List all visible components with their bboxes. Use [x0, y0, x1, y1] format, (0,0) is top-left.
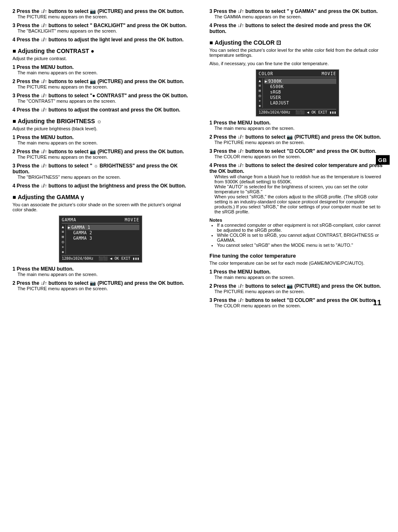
step-text: Press the ↓/↑ buttons to adjust the cont…: [17, 107, 180, 113]
menu-left-icons: ▲ ≡ ⊞ ◎ + ◈: [62, 225, 66, 254]
brightness-title: Adjusting the BRIGHTNESS ☼: [18, 118, 102, 124]
step-sub-3: When you select "sRGB," the colors adjus…: [214, 194, 385, 214]
menu-body: ▲ ≡ ⊞ ◎ + ◈ GAMMA 1 GAMMA 2 GAMMA 3: [62, 225, 139, 254]
step-sub: The PICTURE menu appears on the screen.: [18, 155, 189, 160]
menu-icon: ◎: [62, 240, 64, 244]
menu-resolution: 1280x1024/60Hz: [259, 110, 290, 114]
notes-list: If a connected computer or other equipme…: [209, 223, 385, 248]
step-number: 1: [209, 120, 212, 126]
step-text: Press the ↓/↑ buttons to select the desi…: [209, 162, 383, 174]
notes-section: Notes If a connected computer or other e…: [209, 218, 385, 248]
step-number: 3: [13, 93, 15, 99]
menu-icon: ⊞: [259, 89, 261, 93]
note-item: If a connected computer or other equipme…: [217, 223, 385, 233]
menu-title: COLOR: [259, 71, 273, 76]
step-number: 2: [13, 280, 15, 286]
step-number: 2: [209, 134, 212, 140]
intro-step-4: 4 Press the ↓/↑ buttons to adjust the li…: [13, 37, 189, 43]
step-sub: The PICTURE menu appears on the screen.: [18, 14, 189, 19]
menu-icon: +: [62, 245, 64, 249]
step-number: 4: [209, 162, 212, 168]
color-step-2: 2 Press the ↓/↑ buttons to select 📷 (PIC…: [209, 134, 385, 145]
gamma-step-3: 3 Press the ↓/↑ buttons to select " γ GA…: [209, 8, 385, 19]
right-column: GB 3 Press the ↓/↑ buttons to select " γ…: [205, 8, 385, 312]
gamma-menu-screenshot: GAMMA MOVIE ▲ ≡ ⊞ ◎ + ◈ GAMMA 1 GAMMA 2: [59, 215, 142, 263]
step-text: Press the ↓/↑ buttons to select " γ GAMM…: [214, 8, 378, 14]
step-sub: The PICTURE menu appears on the screen.: [18, 84, 189, 89]
brightness-section: Adjusting the BRIGHTNESS ☼ Adjust the pi…: [13, 118, 189, 189]
color-step-4: 4 Press the ↓/↑ buttons to select the de…: [209, 162, 385, 214]
color-step-3: 3 Press the ↓/↑ buttons to select "⊡ COL…: [209, 148, 385, 159]
note-item: You cannot select "sRGB" when the MODE m…: [217, 243, 385, 248]
step-text: Press the ↓/↑ buttons to select " BACKLI…: [17, 23, 186, 28]
step-number: 2: [13, 8, 15, 14]
menu-icon: ≡: [62, 230, 64, 234]
step-number: 4: [209, 23, 212, 28]
contrast-step-3: 3 Press the ↓/↑ buttons to select "● CON…: [13, 93, 189, 104]
step-number: 3: [13, 163, 15, 169]
gamma-section: Adjusting the GAMMA γ You can associate …: [13, 194, 189, 291]
brightness-desc: Adjust the picture brightness (black lev…: [13, 126, 189, 131]
step-sub: The COLOR menu appears on the screen.: [214, 154, 385, 159]
contrast-step-1: 1 Press the MENU button. The main menu a…: [13, 64, 189, 75]
fine-tuning-step-2: 2 Press the ↓/↑ buttons to select 📷 (PIC…: [209, 283, 385, 294]
brightness-step-1: 1 Press the MENU button. The main menu a…: [13, 134, 189, 145]
step-number: 2: [13, 79, 15, 84]
menu-icon: ◈: [259, 104, 261, 108]
step-sub: The main menu appears on the screen.: [18, 140, 189, 145]
step-text: Press the MENU button.: [17, 266, 74, 272]
menu-mode: MOVIE: [125, 218, 139, 222]
menu-title-bar: GAMMA MOVIE: [62, 218, 139, 223]
intro-step-3: 3 Press the ↓/↑ buttons to select " BACK…: [13, 23, 189, 33]
menu-footer: 1280x1024/60Hz ⬛⬛ ◀ OK EXIT ▮▮▮: [62, 255, 139, 261]
step-text: Press the ↓/↑ buttons to adjust the ligh…: [17, 37, 184, 43]
menu-icon: ▲: [259, 79, 261, 83]
menu-controls: ⬛⬛ ◀ OK EXIT ▮▮▮: [98, 256, 139, 261]
menu-mode: MOVIE: [322, 71, 336, 76]
color-heading: Adjusting the COLOR ⊡: [209, 39, 385, 46]
step-number: 1: [13, 266, 15, 272]
step-number: 1: [209, 269, 212, 275]
intro-steps: 2 Press the ↓/↑ buttons to select 📷 (PIC…: [13, 8, 189, 43]
step-number: 4: [13, 183, 15, 189]
menu-body: ▲ ≡ ⊞ ◎ + ◈ 9300K 6500K sRGB USER LADJUS…: [259, 79, 336, 108]
step-number: 2: [209, 283, 212, 289]
menu-footer: 1280x1024/60Hz ⬛⬛ ◀ OK EXIT ▮▮▮: [259, 109, 336, 114]
contrast-section: Adjusting the CONTRAST ● Adjust the pict…: [13, 48, 189, 113]
brightness-step-2: 2 Press the ↓/↑ buttons to select 📷 (PIC…: [13, 149, 189, 160]
fine-tuning-heading: Fine tuning the color temperature: [209, 253, 385, 259]
menu-icon: ◈: [62, 250, 64, 254]
menu-item: LADJUST: [264, 100, 336, 106]
step-text: Press the ↓/↑ buttons to adjust the brig…: [17, 183, 186, 189]
step-number: 1: [13, 134, 15, 140]
step-text: Press the ↓/↑ buttons to select "⊡ COLOR…: [214, 297, 376, 303]
gamma-desc: You can associate the picture's color sh…: [13, 202, 189, 212]
brightness-heading: Adjusting the BRIGHTNESS ☼: [13, 118, 189, 124]
step-sub: The PICTURE menu appears on the screen.: [214, 289, 385, 294]
step-sub: The main menu appears on the screen.: [214, 126, 385, 131]
notes-title: Notes: [209, 218, 385, 223]
color-menu-screenshot: COLOR MOVIE ▲ ≡ ⊞ ◎ + ◈ 9300K 6500K: [256, 69, 339, 117]
step-text: Press the ↓/↑ buttons to select 📷 (PICTU…: [17, 149, 184, 155]
menu-items: 9300K 6500K sRGB USER LADJUST: [264, 79, 336, 108]
step-number: 4: [13, 37, 15, 43]
step-sub: The main menu appears on the screen.: [18, 70, 189, 75]
intro-step-2: 2 Press the ↓/↑ buttons to select 📷 (PIC…: [13, 8, 189, 19]
selected-marker: [68, 225, 71, 230]
color-step-1: 1 Press the MENU button. The main menu a…: [209, 120, 385, 131]
note-item: While COLOR is set to sRGB, you cannot a…: [217, 233, 385, 243]
contrast-desc: Adjust the picture contrast.: [13, 56, 189, 61]
step-number: 2: [13, 149, 15, 155]
page-number: 11: [373, 299, 381, 307]
fine-tuning-desc: The color temperature can be set for eac…: [209, 261, 385, 266]
step-sub: The PICTURE menu appears on the screen.: [18, 286, 189, 291]
contrast-heading: Adjusting the CONTRAST ●: [13, 48, 189, 54]
fine-tuning-step-1: 1 Press the MENU button. The main menu a…: [209, 269, 385, 280]
step-sub: The PICTURE menu appears on the screen.: [214, 140, 385, 145]
step-text: Press the ↓/↑ buttons to select "● CONTR…: [17, 93, 188, 99]
menu-controls: ⬛⬛ ◀ OK EXIT ▮▮▮: [295, 110, 336, 114]
menu-items: GAMMA 1 GAMMA 2 GAMMA 3: [68, 225, 139, 254]
menu-item: 6500K: [264, 84, 336, 89]
menu-title-bar: COLOR MOVIE: [259, 71, 336, 77]
page-container: 2 Press the ↓/↑ buttons to select 📷 (PIC…: [13, 8, 385, 312]
